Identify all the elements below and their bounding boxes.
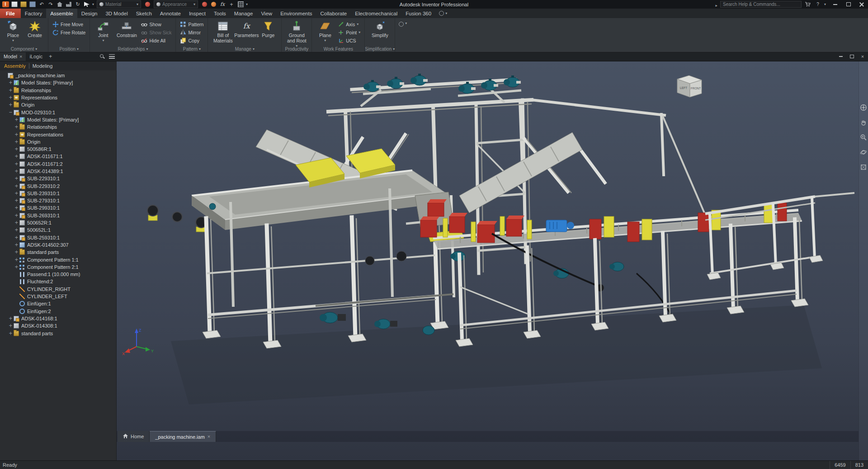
browser-tree-item[interactable]: Einfügen:1 (0, 300, 116, 307)
zoom-icon[interactable] (860, 134, 867, 141)
ribbon-tab[interactable]: Environments (276, 9, 316, 18)
ribbon-overflow-button[interactable] (395, 18, 410, 52)
browser-tree-item[interactable]: ADSK-014168:1 (0, 315, 116, 322)
tree-expander-icon[interactable] (14, 220, 19, 225)
new-file-icon[interactable] (11, 1, 18, 8)
browser-tree-item[interactable]: MOD-029310:1 (0, 108, 116, 116)
qat-customize-caret[interactable] (246, 3, 248, 6)
doc-restore-button[interactable] (846, 52, 857, 61)
browser-tree-item[interactable]: Relationships (0, 87, 116, 94)
ucs-button[interactable]: UCS (336, 37, 362, 44)
tree-expander-icon[interactable] (14, 206, 19, 210)
browser-tree-item[interactable]: ADSK-014389:1 (0, 168, 116, 175)
tree-expander-icon[interactable] (14, 198, 19, 203)
browser-tree-item[interactable]: Model States: [Primary] (0, 79, 116, 86)
tree-expander-icon[interactable] (14, 250, 19, 254)
grid-measure-icon[interactable] (237, 1, 244, 8)
tree-expander-icon[interactable] (14, 117, 19, 122)
viewport[interactable]: LEFT FRONT X Y Z Home (117, 61, 868, 461)
ribbon-tab[interactable]: File (0, 9, 21, 18)
material-dropdown[interactable]: Material (97, 0, 141, 8)
show-sick-button[interactable]: Show Sick (140, 29, 173, 36)
ribbon-group-label-simplification[interactable]: Simplification (365, 46, 395, 52)
appearance-dropdown[interactable]: Appearance (154, 0, 198, 8)
ribbon-group-label-work-features[interactable]: Work Features (312, 46, 364, 52)
browser-tree-item[interactable]: SUB-239310:1 (0, 190, 116, 197)
cart-icon[interactable] (804, 1, 811, 8)
ground-and-root-button[interactable]: Ground and Root (284, 19, 309, 48)
tree-expander-icon[interactable] (14, 258, 19, 262)
browser-tree-item[interactable]: Representations (0, 94, 116, 101)
tree-expander-icon[interactable] (8, 103, 13, 107)
ribbon-group-label-manage[interactable]: Manage (208, 46, 281, 52)
add-panel-tab-button[interactable]: + (46, 52, 55, 61)
browser-tree-item[interactable]: ADSK-011671:1 (0, 153, 116, 160)
ribbon-tab[interactable]: Electromechanical (351, 9, 401, 18)
browser-tree-item[interactable]: standard parts (0, 249, 116, 256)
browser-tree-item[interactable]: Origin (0, 101, 116, 108)
tree-expander-icon[interactable] (8, 316, 13, 321)
browser-tree-item[interactable]: ADSK-011671:2 (0, 160, 116, 168)
simplify-button[interactable]: Simplify (368, 19, 392, 38)
tree-expander-icon[interactable] (8, 80, 13, 85)
ribbon-tab[interactable]: Design (77, 9, 102, 18)
color-wheel-icon[interactable] (144, 1, 151, 8)
panel-tab-ilogic[interactable]: iLogic (26, 52, 46, 61)
tree-expander-icon[interactable] (14, 235, 19, 240)
axis-button[interactable]: Axis (336, 21, 362, 28)
select-tool-icon[interactable] (83, 1, 90, 8)
viewport-3d-canvas[interactable]: LEFT FRONT X Y Z (117, 61, 868, 461)
browser-tree-item[interactable]: SUB-279310:1 (0, 197, 116, 204)
panel-tab-model[interactable]: Model (0, 52, 26, 61)
ribbon-tab[interactable]: Fusion 360 (401, 9, 435, 18)
browser-tree-item[interactable]: ADSK-014308:1 (0, 322, 116, 329)
tree-expander-icon[interactable] (14, 147, 19, 151)
ribbon-tab[interactable]: View (257, 9, 276, 18)
ribbon-group-label-productivity[interactable]: Productivity (282, 46, 311, 52)
browser-tree-item[interactable]: 500652L:1 (0, 226, 116, 234)
tree-expander-icon[interactable] (8, 331, 13, 336)
purge-button[interactable]: Purge (258, 19, 278, 38)
home-view-icon[interactable] (56, 1, 63, 8)
add-icon[interactable] (228, 1, 235, 8)
browser-tree-item[interactable]: 500586R:1 (0, 145, 116, 153)
browser-tree-item[interactable]: standard parts (0, 329, 116, 337)
help-search-input[interactable] (720, 1, 802, 8)
tree-expander-icon[interactable] (14, 154, 19, 159)
maximize-button[interactable] (842, 0, 855, 9)
ribbon-tab[interactable]: Collaborate (316, 9, 351, 18)
browser-tree-item[interactable]: CYLINDER_LEFT (0, 293, 116, 300)
ribbon-group-label-component[interactable]: Component (0, 46, 48, 52)
tree-expander-icon[interactable] (14, 176, 19, 181)
ribbon-group-label-position[interactable]: Position (48, 46, 90, 52)
tree-expander-icon[interactable] (8, 110, 13, 115)
tree-expander-icon[interactable] (14, 162, 19, 166)
tree-expander-icon[interactable] (8, 95, 13, 100)
parameters-button[interactable]: Parameters (236, 19, 257, 38)
constrain-button[interactable]: Constrain (114, 19, 139, 38)
browser-tree-item[interactable]: Einfügen:2 (0, 308, 116, 315)
open-file-icon[interactable] (20, 1, 27, 8)
browser-tree-item[interactable]: Representations (0, 131, 116, 138)
app-logo-icon[interactable] (2, 1, 9, 8)
create-button[interactable]: Create (24, 19, 45, 38)
show-button[interactable]: Show (140, 21, 173, 28)
home-tab[interactable]: Home (118, 431, 150, 442)
help-icon[interactable] (814, 1, 821, 8)
close-panel-icon[interactable] (19, 54, 22, 59)
browser-tree-item[interactable]: ADSK-014502:307 (0, 241, 116, 249)
browser-menu-icon[interactable] (109, 54, 115, 59)
help-dropdown-caret[interactable] (824, 3, 826, 6)
pattern-button[interactable]: Pattern (179, 21, 205, 28)
minimize-button[interactable] (829, 0, 842, 9)
browser-tree-item[interactable]: _packing machine.iam (0, 72, 116, 79)
tree-expander-icon[interactable] (14, 213, 19, 218)
browser-tree-item[interactable]: 500652R:1 (0, 219, 116, 226)
navigation-wheel-icon[interactable] (860, 104, 867, 111)
fx-parameters-icon[interactable] (219, 1, 226, 8)
browser-tree-item[interactable]: Component Pattern 2:1 (0, 263, 116, 271)
mode-link-modeling[interactable]: Modeling (33, 63, 53, 69)
factory-icon[interactable] (65, 1, 72, 8)
tree-expander-icon[interactable] (14, 228, 19, 232)
tree-expander-icon[interactable] (14, 191, 19, 196)
